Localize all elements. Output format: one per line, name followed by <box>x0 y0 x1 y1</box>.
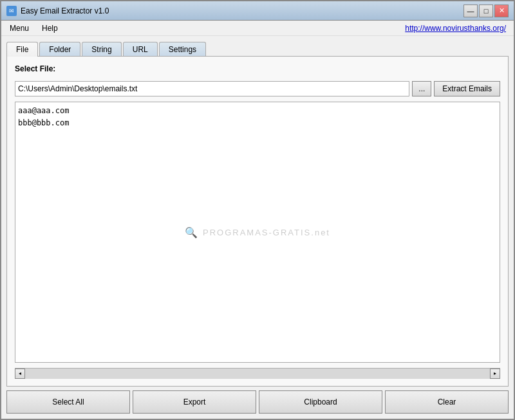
browse-button[interactable]: ... <box>412 81 431 96</box>
email-list-container: aaa@aaa.com bbb@bbb.com 🔍 PROGRAMAS-GRAT… <box>15 102 500 363</box>
extract-emails-button[interactable]: Extract Emails <box>434 81 500 96</box>
tab-string[interactable]: String <box>82 42 121 57</box>
close-button[interactable]: ✕ <box>494 5 509 17</box>
tab-file[interactable]: File <box>6 42 38 57</box>
tab-folder[interactable]: Folder <box>39 42 80 57</box>
menu-item-menu[interactable]: Menu <box>4 22 35 35</box>
clear-button[interactable]: Clear <box>385 390 509 414</box>
tab-panel: Select File: ... Extract Emails aaa@aaa.… <box>6 56 509 387</box>
menu-item-help[interactable]: Help <box>36 22 64 35</box>
maximize-button[interactable]: □ <box>479 5 493 17</box>
tab-bar: File Folder String URL Settings <box>6 41 509 56</box>
clipboard-button[interactable]: Clipboard <box>259 390 382 414</box>
horizontal-scrollbar[interactable]: ◂ ▸ <box>15 368 500 378</box>
file-path-input[interactable] <box>15 81 409 96</box>
title-bar-left: ✉ Easy Email Extractor v1.0 <box>6 6 109 16</box>
main-content: File Folder String URL Settings Select F… <box>1 36 514 419</box>
menu-bar: Menu Help http://www.novirusthanks.org/ <box>1 21 514 36</box>
title-bar: ✉ Easy Email Extractor v1.0 — □ ✕ <box>1 1 514 21</box>
export-button[interactable]: Export <box>133 390 256 414</box>
bottom-buttons: Select All Export Clipboard Clear <box>6 390 509 414</box>
website-link[interactable]: http://www.novirusthanks.org/ <box>405 24 511 33</box>
email-list[interactable]: aaa@aaa.com bbb@bbb.com <box>15 102 500 362</box>
tab-url[interactable]: URL <box>123 42 158 57</box>
app-icon: ✉ <box>6 6 17 16</box>
select-file-label: Select File: <box>15 64 500 73</box>
main-window: ✉ Easy Email Extractor v1.0 — □ ✕ Menu H… <box>0 0 515 420</box>
email-item: bbb@bbb.com <box>18 117 497 129</box>
select-all-button[interactable]: Select All <box>6 390 130 414</box>
scroll-right-button[interactable]: ▸ <box>490 369 500 379</box>
file-row: ... Extract Emails <box>15 81 500 96</box>
title-text: Easy Email Extractor v1.0 <box>21 6 109 15</box>
tab-settings[interactable]: Settings <box>159 42 206 57</box>
minimize-button[interactable]: — <box>464 5 478 17</box>
scroll-track[interactable] <box>25 369 490 379</box>
menu-items: Menu Help <box>4 22 64 35</box>
email-item: aaa@aaa.com <box>18 105 497 117</box>
scroll-left-button[interactable]: ◂ <box>15 369 25 379</box>
title-buttons: — □ ✕ <box>464 5 509 17</box>
